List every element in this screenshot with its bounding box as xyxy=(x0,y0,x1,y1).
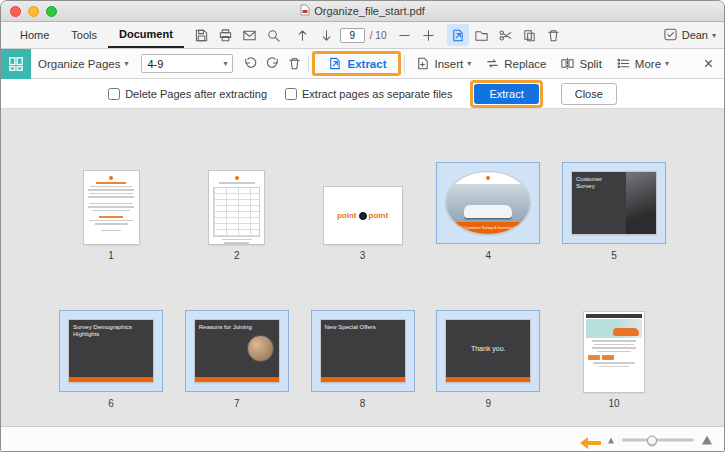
page-thumbnail-3[interactable]: point point xyxy=(324,187,402,244)
copy-pages-icon[interactable] xyxy=(519,24,541,46)
title-bar: Organize_file_start.pdf xyxy=(1,1,724,22)
tab-home[interactable]: Home xyxy=(9,22,60,48)
selected-page-5[interactable]: Customer Survey xyxy=(562,162,666,244)
print-icon[interactable] xyxy=(215,24,237,46)
organize-pages-toolbar: Organize Pages ▾ 4-9 ▾ Extract Insert ▾ … xyxy=(1,49,724,79)
pdf-document-icon xyxy=(300,4,310,18)
selected-page-6[interactable]: Survey Demographics Highlights xyxy=(59,310,163,392)
replace-button[interactable]: Replace xyxy=(478,56,553,71)
window-title: Organize_file_start.pdf xyxy=(314,5,425,17)
organize-pages-tool-icon[interactable] xyxy=(447,24,469,46)
selected-page-4[interactable]: 2015 Customer Survey & Incentive Plan xyxy=(436,162,540,244)
page-count-label: / 10 xyxy=(370,30,387,41)
more-menu[interactable]: More ▾ xyxy=(609,56,676,71)
page-thumbnail-7[interactable]: Reasons for Joining xyxy=(195,320,279,382)
car-photo xyxy=(464,205,512,218)
status-bar xyxy=(1,426,724,452)
rotate-left-icon[interactable] xyxy=(239,53,261,75)
page-number-label: 3 xyxy=(360,250,366,261)
split-button[interactable]: Split xyxy=(553,56,608,71)
page-thumbnail-1[interactable] xyxy=(84,171,139,244)
car-photo xyxy=(613,328,639,336)
delete-pages-checkbox[interactable] xyxy=(108,88,120,100)
rotate-right-icon[interactable] xyxy=(261,53,283,75)
separate-files-checkbox[interactable] xyxy=(285,88,297,100)
page-number-label: 2 xyxy=(234,250,240,261)
page-thumbnail-8[interactable]: New Special Offers xyxy=(321,320,405,382)
page-range-select[interactable]: 4-9 ▾ xyxy=(141,54,233,73)
organize-pages-menu[interactable]: Organize Pages ▾ xyxy=(31,58,135,70)
signed-in-icon xyxy=(663,27,678,44)
page-number-label: 8 xyxy=(360,398,366,409)
close-tool-icon[interactable]: × xyxy=(704,56,713,72)
extract-button-highlight: Extract xyxy=(470,80,542,108)
page-cell-3: point point 3 xyxy=(303,125,423,261)
smaller-thumbnails-icon[interactable] xyxy=(608,437,614,443)
thumbnail-size-control xyxy=(608,436,712,445)
road-photo xyxy=(626,172,656,234)
page-thumbnail-5[interactable]: Customer Survey xyxy=(572,172,656,234)
close-window-button[interactable] xyxy=(10,6,21,17)
thumbnail-size-slider[interactable] xyxy=(622,439,694,442)
extract-confirm-button[interactable]: Extract xyxy=(474,84,538,104)
extract-tool-button[interactable]: Extract xyxy=(319,54,394,73)
main-toolbar: Home Tools Document / 10 xyxy=(1,22,724,49)
next-page-icon[interactable] xyxy=(316,24,338,46)
chevron-down-icon: ▾ xyxy=(223,59,227,68)
page-number-label: 6 xyxy=(108,398,114,409)
close-button[interactable]: Close xyxy=(561,83,617,105)
page-number-label: 4 xyxy=(485,250,491,261)
people-photo xyxy=(247,335,274,362)
page-cell-10: 10 xyxy=(554,273,674,409)
page-cell-6: Survey Demographics Highlights 6 xyxy=(51,273,171,409)
account-name: Dean xyxy=(682,29,708,41)
organize-pages-badge-icon xyxy=(1,49,31,79)
page-number-label: 5 xyxy=(611,250,617,261)
page-grid: 1 2 point point xyxy=(1,109,724,426)
page-thumbnail-6[interactable]: Survey Demographics Highlights xyxy=(69,320,153,382)
page-cell-8: New Special Offers 8 xyxy=(303,273,423,409)
minimize-window-button[interactable] xyxy=(28,6,39,17)
chevron-down-icon: ▾ xyxy=(124,59,128,68)
save-icon[interactable] xyxy=(191,24,213,46)
page-number-label: 1 xyxy=(108,250,114,261)
point-point-logo: point point xyxy=(337,211,388,220)
page-cell-1: 1 xyxy=(51,125,171,261)
extract-tool-highlight: Extract xyxy=(312,51,401,76)
steering-wheel-icon xyxy=(359,212,367,220)
delete-page-icon[interactable] xyxy=(283,53,305,75)
page-thumbnail-2[interactable] xyxy=(209,171,264,244)
page-cell-2: 2 xyxy=(177,125,297,261)
extract-options-bar: Delete Pages after extracting Extract pa… xyxy=(1,79,724,109)
account-menu[interactable]: Dean ▾ xyxy=(663,27,716,44)
tab-document[interactable]: Document xyxy=(108,22,184,48)
tab-tools[interactable]: Tools xyxy=(60,22,108,48)
email-icon[interactable] xyxy=(239,24,261,46)
selected-page-9[interactable]: Thank you. xyxy=(436,310,540,392)
zoom-out-icon[interactable] xyxy=(394,24,416,46)
search-icon[interactable] xyxy=(263,24,285,46)
annotation-arrow-icon xyxy=(580,435,602,452)
open-file-icon[interactable] xyxy=(471,24,493,46)
window-controls xyxy=(10,6,57,17)
zoom-in-icon[interactable] xyxy=(418,24,440,46)
page-cell-9: Thank you. 9 xyxy=(428,273,548,409)
slider-handle[interactable] xyxy=(647,435,657,445)
chevron-down-icon: ▾ xyxy=(712,31,716,40)
delete-pages-icon[interactable] xyxy=(543,24,565,46)
zoom-window-button[interactable] xyxy=(46,6,57,17)
page-number-input[interactable] xyxy=(340,28,365,43)
page-thumbnail-4[interactable]: 2015 Customer Survey & Incentive Plan xyxy=(446,172,530,234)
acrobat-window: Organize_file_start.pdf Home Tools Docum… xyxy=(0,0,725,452)
scissors-icon[interactable] xyxy=(495,24,517,46)
selected-page-7[interactable]: Reasons for Joining xyxy=(185,310,289,392)
page-number-label: 10 xyxy=(608,398,619,409)
previous-page-icon[interactable] xyxy=(292,24,314,46)
selected-page-8[interactable]: New Special Offers xyxy=(311,310,415,392)
page-thumbnail-10[interactable] xyxy=(584,312,644,392)
insert-menu[interactable]: Insert ▾ xyxy=(408,56,478,71)
larger-thumbnails-icon[interactable] xyxy=(702,436,712,445)
separate-files-option[interactable]: Extract pages as separate files xyxy=(285,88,452,100)
page-thumbnail-9[interactable]: Thank you. xyxy=(446,320,530,382)
delete-pages-option[interactable]: Delete Pages after extracting xyxy=(108,88,267,100)
